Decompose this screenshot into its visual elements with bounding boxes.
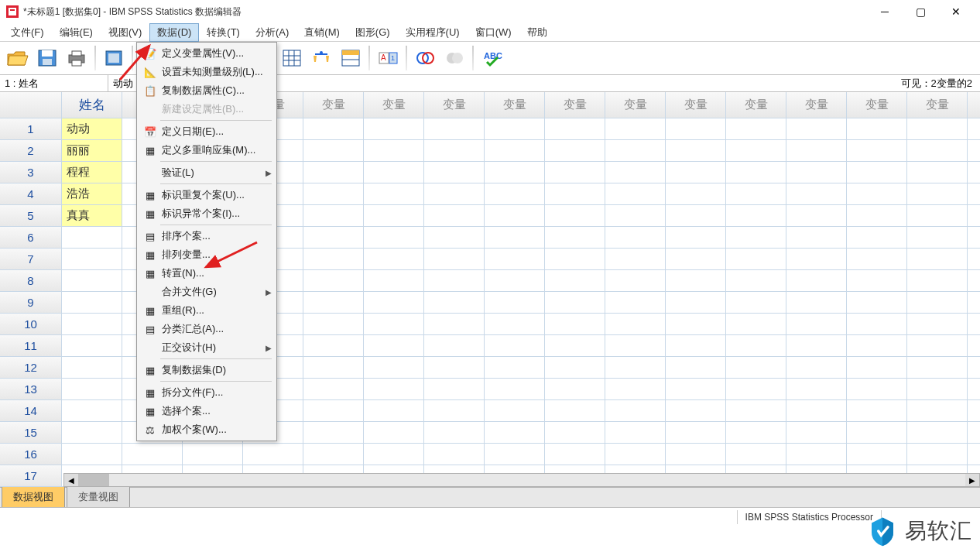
cell[interactable]	[666, 270, 726, 292]
menu-5[interactable]: 分析(A)	[248, 23, 296, 42]
row-header[interactable]: 12	[0, 357, 62, 379]
cell[interactable]	[303, 357, 364, 379]
cell[interactable]	[424, 422, 485, 444]
menu-item[interactable]: ▤分类汇总(A)...	[139, 320, 275, 338]
scroll-thumb[interactable]	[78, 474, 109, 486]
cell[interactable]	[62, 270, 122, 292]
cell[interactable]	[907, 335, 968, 357]
cell[interactable]	[303, 183, 364, 205]
cell[interactable]	[364, 205, 424, 227]
menu-0[interactable]: 文件(F)	[3, 23, 52, 42]
cell[interactable]	[545, 357, 605, 379]
row-header[interactable]: 15	[0, 422, 62, 444]
cell[interactable]	[364, 249, 424, 270]
cell[interactable]	[303, 270, 364, 292]
cell[interactable]	[847, 400, 907, 422]
label-icon[interactable]: A1	[375, 45, 401, 71]
row-header[interactable]: 17	[0, 465, 62, 487]
cell[interactable]	[726, 400, 786, 422]
cell[interactable]	[786, 140, 847, 162]
cell[interactable]	[907, 205, 968, 227]
cell[interactable]	[605, 292, 666, 314]
tab-data-view[interactable]: 数据视图	[2, 486, 65, 507]
cell[interactable]	[726, 357, 786, 379]
cell[interactable]	[605, 400, 666, 422]
menu-10[interactable]: 帮助	[519, 23, 555, 42]
cell[interactable]	[847, 140, 907, 162]
column-header[interactable]: 变量	[605, 92, 666, 118]
cell[interactable]	[485, 379, 545, 400]
cell[interactable]	[968, 270, 980, 292]
cell[interactable]	[424, 444, 485, 465]
cell[interactable]	[786, 183, 847, 205]
cell[interactable]	[605, 249, 666, 270]
cell[interactable]	[666, 249, 726, 270]
row-header[interactable]: 5	[0, 205, 62, 227]
cell[interactable]	[666, 379, 726, 400]
cell[interactable]	[605, 205, 666, 227]
cell[interactable]	[907, 357, 968, 379]
cell[interactable]	[666, 118, 726, 140]
cell[interactable]	[364, 335, 424, 357]
column-header[interactable]: 变量	[545, 92, 605, 118]
menu-item[interactable]: 合并文件(G)▶	[139, 283, 275, 301]
cell[interactable]	[364, 140, 424, 162]
cell[interactable]	[786, 249, 847, 270]
menu-item[interactable]: ⚖加权个案(W)...	[139, 420, 275, 439]
cell[interactable]	[605, 140, 666, 162]
cell[interactable]	[786, 205, 847, 227]
cell[interactable]	[545, 183, 605, 205]
cell[interactable]	[424, 270, 485, 292]
column-header[interactable]: 变量	[968, 92, 980, 118]
horizontal-scrollbar[interactable]: ◀ ▶	[63, 473, 980, 487]
cell[interactable]	[545, 335, 605, 357]
cell[interactable]	[485, 183, 545, 205]
cell[interactable]	[545, 314, 605, 335]
cell[interactable]	[364, 400, 424, 422]
cell[interactable]	[968, 314, 980, 335]
cell[interactable]	[62, 249, 122, 270]
cell[interactable]	[485, 227, 545, 249]
cell[interactable]	[545, 444, 605, 465]
row-header[interactable]: 14	[0, 400, 62, 422]
cell[interactable]	[303, 314, 364, 335]
cell[interactable]	[786, 379, 847, 400]
weight-icon[interactable]	[308, 45, 334, 71]
cell[interactable]	[968, 205, 980, 227]
cell[interactable]	[303, 162, 364, 183]
cell[interactable]	[364, 292, 424, 314]
cell[interactable]	[545, 162, 605, 183]
cell[interactable]	[605, 357, 666, 379]
cell[interactable]	[62, 357, 122, 379]
cell[interactable]	[666, 140, 726, 162]
cell[interactable]	[485, 335, 545, 357]
scroll-right-icon[interactable]: ▶	[965, 474, 979, 486]
cell[interactable]	[726, 335, 786, 357]
cell[interactable]	[364, 422, 424, 444]
cell[interactable]	[786, 270, 847, 292]
cell[interactable]	[726, 227, 786, 249]
cell[interactable]	[605, 118, 666, 140]
cell[interactable]	[424, 162, 485, 183]
cell[interactable]	[847, 183, 907, 205]
menu-1[interactable]: 编辑(E)	[52, 23, 101, 42]
cell[interactable]	[847, 422, 907, 444]
cell[interactable]	[364, 444, 424, 465]
cell[interactable]	[666, 444, 726, 465]
row-header[interactable]: 11	[0, 335, 62, 357]
cell[interactable]	[666, 422, 726, 444]
cell[interactable]	[907, 292, 968, 314]
cell[interactable]	[968, 227, 980, 249]
cell[interactable]	[847, 270, 907, 292]
cell[interactable]	[424, 292, 485, 314]
cell[interactable]	[907, 162, 968, 183]
row-header[interactable]: 16	[0, 444, 62, 465]
menu-item[interactable]: ▦选择个案...	[139, 402, 275, 420]
column-header[interactable]: 姓名	[62, 92, 122, 118]
menu-9[interactable]: 窗口(W)	[468, 23, 519, 42]
cell[interactable]	[424, 205, 485, 227]
menu-item[interactable]: ▦排列变量...	[139, 245, 275, 264]
row-header[interactable]: 13	[0, 379, 62, 400]
cell[interactable]	[968, 292, 980, 314]
cell[interactable]	[907, 422, 968, 444]
